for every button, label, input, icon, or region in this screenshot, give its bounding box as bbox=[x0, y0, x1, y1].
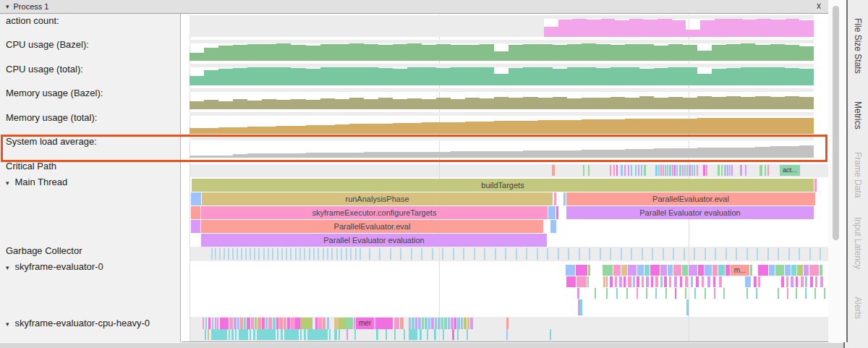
skyframe-evaluator-cpu-heavy-0-slice[interactable] bbox=[327, 318, 329, 329]
critical-path-slice[interactable] bbox=[588, 165, 590, 176]
critical-path-slice[interactable] bbox=[583, 165, 584, 176]
skyframe-evaluator-cpu-heavy-0-slice[interactable] bbox=[211, 329, 227, 340]
skyframe-evaluator-0-slice[interactable] bbox=[786, 276, 788, 287]
skyframe-evaluator-cpu-heavy-0-slice[interactable] bbox=[441, 318, 443, 329]
track-label-critical-path[interactable]: Critical Path bbox=[6, 161, 56, 171]
skyframe-evaluator-cpu-heavy-0-slice[interactable] bbox=[467, 329, 468, 340]
skyframe-evaluator-cpu-heavy-0-slice[interactable] bbox=[284, 318, 286, 329]
tab-file-size-stats[interactable]: File Size Stats bbox=[853, 18, 863, 74]
skyframe-evaluator-0-slice[interactable] bbox=[576, 265, 587, 276]
main-thread-span[interactable]: ParallelEvaluator.eval bbox=[201, 220, 543, 233]
skyframe-evaluator-0-slice[interactable] bbox=[603, 276, 605, 287]
critical-path-slice[interactable] bbox=[718, 165, 720, 176]
skyframe-evaluator-cpu-heavy-0-slice[interactable] bbox=[273, 318, 276, 329]
skyframe-evaluator-cpu-heavy-0-slice[interactable] bbox=[339, 318, 346, 329]
critical-path-slice[interactable] bbox=[655, 165, 658, 176]
critical-path-slice[interactable] bbox=[694, 165, 695, 176]
skyframe-evaluator-cpu-heavy-0-slice[interactable] bbox=[231, 329, 234, 340]
critical-path-slice[interactable] bbox=[765, 165, 766, 176]
skyframe-evaluator-0-slice[interactable] bbox=[726, 265, 730, 276]
vertical-scrollbar[interactable] bbox=[828, 0, 846, 342]
skyframe-evaluator-cpu-heavy-0-slice[interactable] bbox=[276, 318, 278, 329]
skyframe-evaluator-0-slice[interactable] bbox=[616, 288, 618, 299]
main-thread-span[interactable] bbox=[191, 192, 201, 205]
skyframe-evaluator-cpu-heavy-0-slice[interactable] bbox=[251, 318, 254, 329]
critical-path-slice[interactable] bbox=[724, 165, 726, 176]
main-thread-span[interactable] bbox=[548, 206, 556, 219]
skyframe-evaluator-cpu-heavy-0-slice[interactable] bbox=[208, 318, 210, 329]
skyframe-evaluator-cpu-heavy-0-slice[interactable] bbox=[444, 318, 447, 329]
skyframe-evaluator-0-slice[interactable] bbox=[655, 288, 657, 299]
critical-path-slice[interactable] bbox=[679, 165, 681, 176]
skyframe-evaluator-0-slice[interactable] bbox=[810, 276, 813, 287]
skyframe-evaluator-cpu-heavy-0-slice[interactable] bbox=[229, 318, 233, 329]
skyframe-evaluator-0-slice[interactable] bbox=[769, 265, 775, 276]
skyframe-evaluator-0-slice[interactable] bbox=[694, 288, 696, 299]
critical-path-slice[interactable] bbox=[706, 165, 707, 176]
expand-arrow-icon[interactable]: ▾ bbox=[6, 264, 9, 271]
skyframe-evaluator-cpu-heavy-0-slice[interactable] bbox=[346, 329, 348, 340]
critical-path-slice[interactable] bbox=[658, 165, 660, 176]
critical-path-slice[interactable] bbox=[745, 165, 746, 176]
skyframe-evaluator-cpu-heavy-0-slice[interactable] bbox=[205, 329, 206, 340]
skyframe-evaluator-0-slice[interactable] bbox=[824, 288, 825, 299]
skyframe-evaluator-0-slice[interactable] bbox=[613, 265, 621, 276]
skyframe-evaluator-0-slice[interactable] bbox=[651, 276, 653, 287]
track-label-action-count[interactable]: action count: bbox=[6, 15, 59, 26]
track-label-cpu-usage-bazel[interactable]: CPU usage (Bazel): bbox=[6, 39, 89, 50]
skyframe-evaluator-cpu-heavy-0-slice[interactable] bbox=[244, 318, 246, 329]
skyframe-evaluator-0-slice[interactable] bbox=[745, 276, 751, 287]
skyframe-evaluator-cpu-heavy-0-slice[interactable]: mer bbox=[356, 318, 374, 329]
skyframe-evaluator-0-slice[interactable] bbox=[809, 265, 819, 276]
skyframe-evaluator-cpu-heavy-0-slice[interactable] bbox=[237, 318, 239, 329]
horizontal-scrollbar[interactable] bbox=[0, 342, 843, 348]
critical-path-slice[interactable] bbox=[610, 165, 611, 176]
skyframe-evaluator-cpu-heavy-0-slice[interactable] bbox=[239, 329, 248, 340]
skyframe-evaluator-0-slice[interactable] bbox=[580, 300, 582, 315]
close-icon[interactable]: x bbox=[817, 1, 821, 11]
main-thread-span[interactable] bbox=[191, 220, 200, 233]
skyframe-evaluator-0-slice[interactable] bbox=[595, 288, 596, 299]
skyframe-evaluator-0-slice[interactable] bbox=[626, 288, 628, 299]
skyframe-evaluator-0-slice[interactable] bbox=[758, 265, 768, 276]
skyframe-evaluator-cpu-heavy-0-slice[interactable] bbox=[295, 318, 300, 329]
critical-path-slice[interactable] bbox=[552, 165, 555, 176]
skyframe-evaluator-0-slice[interactable] bbox=[713, 276, 715, 287]
skyframe-evaluator-0-slice[interactable] bbox=[805, 276, 807, 287]
skyframe-evaluator-cpu-heavy-0-slice[interactable] bbox=[422, 318, 424, 329]
skyframe-evaluator-cpu-heavy-0-slice[interactable] bbox=[354, 318, 355, 329]
skyframe-evaluator-cpu-heavy-0-slice[interactable] bbox=[431, 318, 434, 329]
track-label-skyframe-evaluator-0[interactable]: ▾skyframe-evaluator-0 bbox=[6, 261, 103, 272]
skyframe-evaluator-0-slice[interactable] bbox=[603, 265, 613, 276]
skyframe-evaluator-0-slice[interactable] bbox=[707, 276, 710, 287]
skyframe-evaluator-cpu-heavy-0-slice[interactable] bbox=[451, 318, 454, 329]
skyframe-evaluator-0-slice[interactable] bbox=[621, 265, 627, 276]
skyframe-evaluator-0-slice[interactable] bbox=[668, 265, 673, 276]
skyframe-evaluator-cpu-heavy-0-slice[interactable] bbox=[443, 329, 444, 340]
track-label-memory-usage-total[interactable]: Memory usage (total): bbox=[6, 112, 97, 123]
skyframe-evaluator-0-slice[interactable] bbox=[801, 276, 804, 287]
skyframe-evaluator-cpu-heavy-0-slice[interactable] bbox=[268, 318, 272, 329]
critical-path-slice[interactable] bbox=[684, 165, 686, 176]
skyframe-evaluator-cpu-heavy-0-slice[interactable] bbox=[412, 318, 414, 329]
skyframe-evaluator-0-slice[interactable] bbox=[746, 288, 748, 299]
skyframe-evaluator-cpu-heavy-0-slice[interactable] bbox=[318, 318, 322, 329]
skyframe-evaluator-cpu-heavy-0-slice[interactable] bbox=[247, 318, 250, 329]
skyframe-evaluator-0-slice[interactable] bbox=[680, 276, 682, 287]
critical-path-slice[interactable] bbox=[638, 165, 639, 176]
critical-path-slice[interactable] bbox=[729, 165, 731, 176]
skyframe-evaluator-cpu-heavy-0-slice[interactable] bbox=[435, 318, 437, 329]
tab-alerts[interactable]: Alerts bbox=[853, 297, 863, 319]
main-thread-span[interactable] bbox=[814, 179, 817, 192]
skyframe-evaluator-cpu-heavy-0-slice[interactable] bbox=[300, 329, 302, 340]
skyframe-evaluator-0-slice[interactable] bbox=[705, 288, 706, 299]
skyframe-evaluator-0-slice[interactable] bbox=[637, 265, 644, 276]
skyframe-evaluator-0-slice[interactable] bbox=[820, 276, 823, 287]
skyframe-evaluator-0-slice[interactable] bbox=[577, 288, 579, 299]
skyframe-evaluator-0-slice[interactable] bbox=[723, 288, 725, 299]
skyframe-evaluator-0-slice[interactable] bbox=[619, 276, 622, 287]
skyframe-evaluator-0-slice[interactable] bbox=[675, 288, 676, 299]
tab-frame-data[interactable]: Frame Data bbox=[853, 152, 863, 198]
histogram-memory-usage-total-[interactable] bbox=[190, 115, 814, 134]
collapse-arrow-icon[interactable]: ▾ bbox=[6, 3, 9, 10]
